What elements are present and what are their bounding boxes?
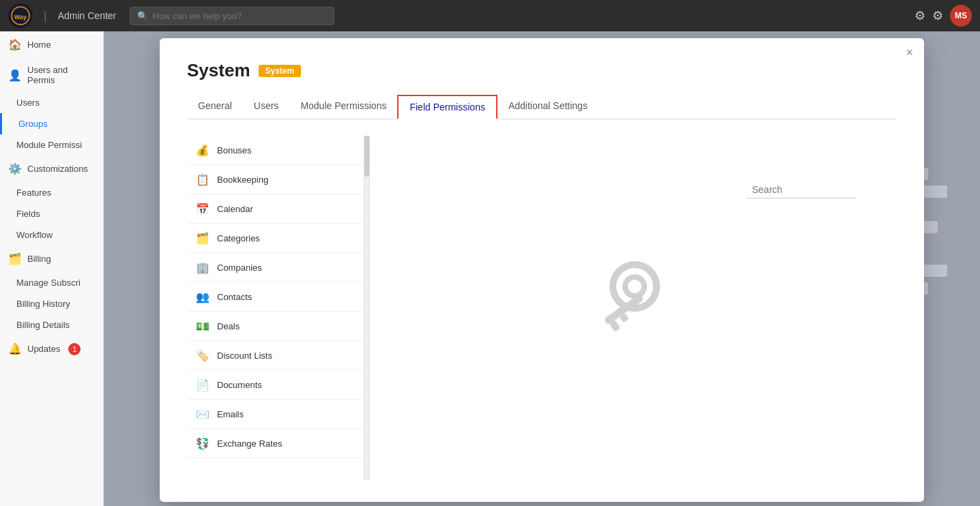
avatar[interactable]: MS bbox=[950, 5, 972, 27]
module-label-calendar: Calendar bbox=[217, 204, 253, 214]
sidebar-label-home: Home bbox=[27, 40, 51, 50]
tab-additional-settings[interactable]: Additional Settings bbox=[498, 95, 599, 119]
module-label-discount-lists: Discount Lists bbox=[217, 351, 272, 361]
svg-text:Way: Way bbox=[14, 14, 27, 20]
svg-point-2 bbox=[604, 256, 665, 316]
sidebar-item-module-perms[interactable]: Module Permissi bbox=[0, 134, 103, 155]
module-item-bonuses[interactable]: 💰 Bonuses bbox=[187, 136, 364, 165]
module-item-contacts[interactable]: 👥 Contacts bbox=[187, 282, 364, 312]
sidebar-item-billing-history[interactable]: Billing History bbox=[0, 293, 103, 314]
settings-icon[interactable]: ⚙ bbox=[914, 8, 925, 23]
topbar-search-box[interactable]: 🔍 bbox=[130, 7, 334, 25]
module-item-exchange-rates[interactable]: 💱 Exchange Rates bbox=[187, 429, 364, 458]
module-list: 💰 Bonuses 📋 Bookkeeping 📅 Calendar bbox=[187, 136, 364, 480]
module-item-emails[interactable]: ✉️ Emails bbox=[187, 400, 364, 429]
module-label-bookkeeping: Bookkeeping bbox=[217, 175, 268, 185]
field-permissions-search[interactable] bbox=[747, 181, 856, 198]
module-item-bookkeeping[interactable]: 📋 Bookkeeping bbox=[187, 165, 364, 194]
search-panel bbox=[747, 181, 856, 198]
topbar-right: ⚙ ⚙ MS bbox=[914, 5, 972, 27]
modal-overlay: × System System General Users Module Per… bbox=[104, 31, 980, 506]
sidebar-item-users[interactable]: Users bbox=[0, 92, 103, 113]
sidebar-item-users-perms[interactable]: 👤 Users and Permis bbox=[0, 58, 103, 92]
module-item-calendar[interactable]: 📅 Calendar bbox=[187, 194, 364, 224]
contacts-icon: 👥 bbox=[195, 289, 210, 304]
modal-title: System bbox=[187, 60, 250, 81]
module-label-exchange-rates: Exchange Rates bbox=[217, 438, 282, 449]
module-label-contacts: Contacts bbox=[217, 292, 252, 302]
sidebar-item-fields[interactable]: Fields bbox=[0, 203, 103, 224]
tab-users[interactable]: Users bbox=[243, 95, 290, 119]
users-icon: 👤 bbox=[8, 69, 22, 82]
module-item-categories[interactable]: 🗂️ Categories bbox=[187, 224, 364, 253]
sidebar-item-groups[interactable]: Groups bbox=[0, 113, 103, 134]
scrollbar-thumb[interactable] bbox=[364, 136, 369, 177]
categories-icon: 🗂️ bbox=[195, 230, 210, 245]
tab-general[interactable]: General bbox=[187, 95, 243, 119]
bonuses-icon: 💰 bbox=[195, 143, 210, 158]
search-icon: 🔍 bbox=[137, 11, 148, 21]
deals-icon: 💵 bbox=[195, 318, 210, 333]
module-label-emails: Emails bbox=[217, 409, 244, 419]
sidebar-item-features[interactable]: Features bbox=[0, 182, 103, 203]
module-label-companies: Companies bbox=[217, 263, 262, 273]
tab-field-permissions[interactable]: Field Permissions bbox=[397, 95, 497, 119]
scrollbar-track[interactable] bbox=[364, 136, 370, 480]
companies-icon: 🏢 bbox=[195, 260, 210, 275]
sidebar-item-billing-details[interactable]: Billing Details bbox=[0, 314, 103, 336]
module-item-documents[interactable]: 📄 Documents bbox=[187, 370, 364, 400]
modal: × System System General Users Module Per… bbox=[160, 38, 924, 502]
sidebar-label-customizations: Customizations bbox=[27, 164, 88, 174]
bookkeeping-icon: 📋 bbox=[195, 172, 210, 187]
sidebar-label-billing: Billing bbox=[27, 254, 51, 264]
billing-icon: 🗂️ bbox=[8, 252, 22, 265]
modal-body: 💰 Bonuses 📋 Bookkeeping 📅 Calendar bbox=[187, 136, 897, 480]
sidebar-item-billing[interactable]: 🗂️ Billing bbox=[0, 245, 103, 272]
sidebar: 🏠 Home 👤 Users and Permis Users Groups M… bbox=[0, 31, 104, 506]
content-area: × System System General Users Module Per… bbox=[104, 31, 980, 506]
sidebar-item-home[interactable]: 🏠 Home bbox=[0, 31, 103, 58]
search-input[interactable] bbox=[152, 11, 327, 21]
tab-module-permissions[interactable]: Module Permissions bbox=[289, 95, 397, 119]
key-icon-large bbox=[579, 254, 688, 363]
module-item-discount-lists[interactable]: 🏷️ Discount Lists bbox=[187, 341, 364, 370]
module-label-deals: Deals bbox=[217, 321, 240, 331]
documents-icon: 📄 bbox=[195, 377, 210, 392]
sidebar-label-updates: Updates bbox=[27, 344, 60, 354]
svg-point-3 bbox=[622, 273, 648, 299]
sidebar-item-customizations[interactable]: ⚙️ Customizations bbox=[0, 155, 103, 182]
sidebar-item-workflow[interactable]: Workflow bbox=[0, 224, 103, 245]
emails-icon: ✉️ bbox=[195, 406, 210, 421]
updates-badge: 1 bbox=[68, 343, 81, 355]
calendar-icon: 📅 bbox=[195, 201, 210, 216]
customizations-icon: ⚙️ bbox=[8, 162, 22, 175]
home-icon: 🏠 bbox=[8, 38, 22, 51]
topbar-admin-center: Admin Center bbox=[58, 10, 117, 21]
sidebar-item-manage-subscr[interactable]: Manage Subscri bbox=[0, 272, 103, 293]
topbar-divider: | bbox=[44, 9, 47, 23]
module-label-documents: Documents bbox=[217, 380, 262, 390]
modal-close-button[interactable]: × bbox=[906, 46, 913, 59]
module-label-bonuses: Bonuses bbox=[217, 145, 252, 155]
topbar: Way | Admin Center 🔍 ⚙ ⚙ MS bbox=[0, 0, 980, 31]
system-badge: System bbox=[259, 65, 302, 77]
exchange-rates-icon: 💱 bbox=[195, 436, 210, 451]
modal-header: System System bbox=[187, 60, 897, 81]
module-item-deals[interactable]: 💵 Deals bbox=[187, 312, 364, 341]
discount-lists-icon: 🏷️ bbox=[195, 348, 210, 363]
module-item-companies[interactable]: 🏢 Companies bbox=[187, 253, 364, 282]
gear-icon[interactable]: ⚙ bbox=[932, 8, 943, 23]
module-label-categories: Categories bbox=[217, 233, 260, 243]
sidebar-item-updates[interactable]: 🔔 Updates 1 bbox=[0, 336, 103, 362]
sidebar-label-users-perms: Users and Permis bbox=[27, 65, 95, 85]
modal-tabs: General Users Module Permissions Field P… bbox=[187, 95, 897, 119]
logo: Way bbox=[8, 3, 33, 28]
main-layout: 🏠 Home 👤 Users and Permis Users Groups M… bbox=[0, 31, 980, 506]
updates-icon: 🔔 bbox=[8, 342, 22, 355]
logo-icon: Way bbox=[8, 3, 33, 28]
